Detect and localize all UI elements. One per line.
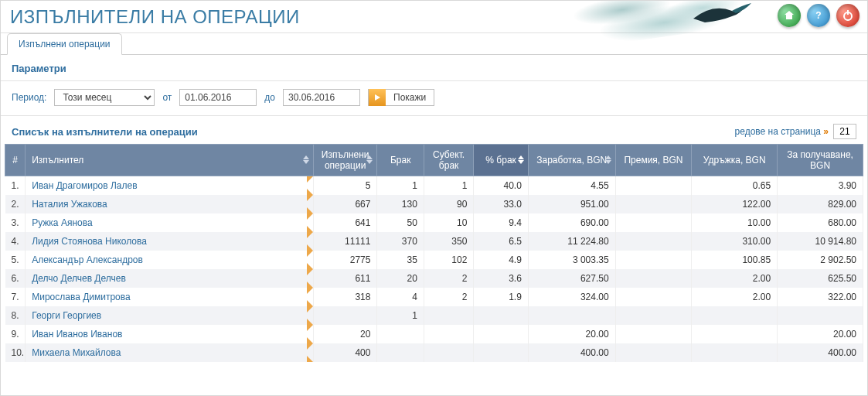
cell-index: 2. [5,195,26,213]
col-index[interactable]: # [5,145,26,176]
cell-prem [615,288,692,306]
cell-sbrak: 2 [424,288,473,306]
cell-index: 1. [5,176,26,196]
cell-earn: 951.00 [528,195,615,213]
cell-rec: 322.00 [778,288,863,306]
help-button[interactable]: ? [807,4,830,27]
performer-link[interactable]: Мирослава Димитрова [32,292,131,302]
col-prem[interactable]: Премия, BGN [615,145,692,176]
cell-sbrak: 2 [424,269,473,288]
table-row: 3.Ружка Аянова64150109.4690.0010.00680.0… [5,213,863,232]
cell-pbrak: 1.9 [474,288,529,306]
period-label: Период: [12,92,46,103]
cell-prem [615,325,692,343]
table-row: 6.Делчо Делчев Делчев6112023.6627.502.00… [5,269,863,288]
cell-earn: 20.00 [528,325,615,343]
cell-ded: 122.00 [692,195,778,213]
col-ded[interactable]: Удръжка, BGN [692,145,778,176]
rows-per-page-link[interactable]: редове на страница » [735,126,829,137]
cell-ops: 5 [313,176,377,196]
tab-completed-operations[interactable]: Изпълнени операции [7,33,122,55]
performer-link[interactable]: Делчо Делчев Делчев [32,273,126,284]
col-sbrak[interactable]: Субект. брак [424,145,473,176]
cell-ded: 10.00 [692,213,778,232]
operations-table: # Изпълнител Изпълнени операции Брак Суб… [5,144,863,362]
performer-link[interactable]: Иван Иванов Иванов [32,329,122,340]
cell-rec: 10 914.80 [778,232,863,251]
cell-earn: 324.00 [528,288,615,306]
cell-performer: Лидия Стоянова Николова [26,232,314,251]
cell-earn: 3 003.35 [528,251,615,269]
power-icon [842,9,854,22]
col-brak[interactable]: Брак [377,145,424,176]
sort-icon [366,155,373,166]
cell-performer: Мирослава Димитрова [26,288,314,306]
table-row: 9.Иван Иванов Иванов2020.0020.00 [5,325,863,343]
cell-sbrak: 1 [424,176,473,196]
params-section-title: Параметри [1,55,867,81]
cell-prem [615,343,692,362]
logout-button[interactable] [836,4,859,27]
cell-pbrak: 9.4 [474,213,529,232]
table-row: 7.Мирослава Димитрова318421.9324.002.003… [5,288,863,306]
cell-prem [615,306,692,325]
cell-index: 8. [5,306,26,325]
date-from-input[interactable] [179,89,257,106]
col-performer[interactable]: Изпълнител [26,145,314,176]
performer-link[interactable]: Иван Драгомиров Лалев [32,180,137,191]
cell-pbrak: 33.0 [474,195,529,213]
col-rec[interactable]: За получаване, BGN [778,145,863,176]
performer-link[interactable]: Михаела Михайлова [32,347,121,358]
cell-rec: 400.00 [778,343,863,362]
performer-link[interactable]: Наталия Ужакова [32,199,107,210]
col-ops[interactable]: Изпълнени операции [313,145,377,176]
cell-prem [615,176,692,196]
home-button[interactable] [778,4,801,27]
question-icon: ? [812,9,825,22]
cell-index: 5. [5,251,26,269]
cell-ops: 611 [313,269,377,288]
list-section-title: Списък на изпълнители на операции [12,126,198,138]
cell-ded: 2.00 [692,269,778,288]
cell-sbrak [424,343,473,362]
cell-brak: 1 [377,306,424,325]
table-row: 4.Лидия Стоянова Николова111113703506.51… [5,232,863,251]
cell-earn: 4.55 [528,176,615,196]
cell-rec: 680.00 [778,213,863,232]
cell-performer: Иван Иванов Иванов [26,325,314,343]
table-row: 5.Александър Александров2775351024.93 00… [5,251,863,269]
home-icon [783,9,795,22]
cell-performer: Георги Георгиев [26,306,314,325]
cell-pbrak [474,325,529,343]
cell-prem [615,232,692,251]
date-to-input[interactable] [283,89,360,106]
performer-link[interactable]: Лидия Стоянова Николова [32,236,147,247]
cell-ded: 100.85 [692,251,778,269]
cell-brak: 50 [377,213,424,232]
play-icon [369,89,386,106]
cell-index: 4. [5,232,26,251]
tab-strip: Изпълнени операции [1,33,867,55]
sort-icon [517,155,525,166]
cell-pbrak: 6.5 [474,232,529,251]
period-select[interactable]: Този месец [54,89,155,106]
performer-link[interactable]: Александър Александров [32,254,143,265]
cell-index: 9. [5,325,26,343]
cell-pbrak [474,343,529,362]
cell-ded: 0.65 [692,176,778,196]
cell-ops: 667 [313,195,377,213]
cell-ded: 310.00 [692,232,778,251]
cell-brak: 1 [377,176,424,196]
cell-index: 3. [5,213,26,232]
cell-ded [692,325,778,343]
performer-link[interactable]: Георги Георгиев [32,310,101,321]
show-button[interactable]: Покажи [368,89,434,106]
cell-ops: 641 [313,213,377,232]
performer-link[interactable]: Ружка Аянова [32,217,92,228]
table-row: 10.Михаела Михайлова400400.00400.00 [5,343,863,362]
cell-rec: 3.90 [778,176,863,196]
col-pbrak[interactable]: % брак [474,145,529,176]
cell-sbrak: 10 [424,213,473,232]
rows-per-page-input[interactable] [833,124,856,139]
col-earn[interactable]: Заработка, BGN [528,145,615,176]
